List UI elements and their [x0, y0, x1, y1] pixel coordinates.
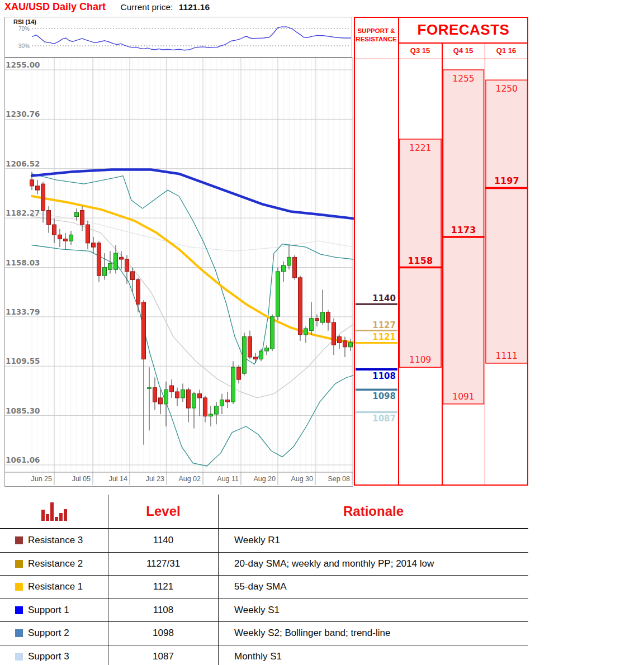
page-title: XAU/USD Daily Chart	[4, 1, 106, 13]
forecast-table-divider	[442, 42, 443, 486]
level-color-swatch	[15, 536, 23, 544]
level-column-header: Level	[108, 495, 219, 528]
bar-chart-icon-bar	[41, 510, 45, 521]
level-rationale: 55-day SMA	[219, 576, 528, 598]
level-name: Resistance 2	[28, 558, 83, 569]
support-resistance-header: SUPPORT & RESISTANCE	[354, 27, 398, 44]
table-row: Support 31087Monthly S1	[0, 645, 528, 665]
level-value: 1121	[108, 576, 219, 598]
table-row: Support 21098Weekly S2; Bollinger band; …	[0, 622, 528, 645]
rsi-panel-label: RSI (14)	[13, 18, 36, 25]
forecast-table-divider	[398, 42, 528, 44]
table-row: Resistance 1112155-day SMA	[0, 576, 528, 599]
level-rationale: 20-day SMA; weekly and monthly PP; 2014 …	[219, 553, 528, 576]
table-row: Resistance 21127/3120-day SMA; weekly an…	[0, 553, 528, 576]
level-rationale: Weekly S2; Bollinger band; trend-line	[219, 622, 528, 645]
forecast-table-divider	[485, 42, 486, 486]
forecasts-header: FORECASTS	[399, 21, 528, 39]
level-rationale: Weekly R1	[219, 529, 528, 552]
level-name-cell: Resistance 2	[0, 553, 108, 576]
screenshot-root: Jun 25Jul 05Jul 14Jul 23Aug 02Aug 11Aug …	[0, 0, 644, 665]
bar-chart-icon-bar	[55, 517, 58, 521]
level-color-swatch	[15, 583, 23, 591]
level-name-cell: Resistance 1	[0, 576, 108, 598]
support-resistance-header-line1: SUPPORT &	[354, 27, 398, 35]
level-color-swatch	[15, 606, 23, 614]
level-color-swatch	[15, 560, 23, 568]
forecast-table-divider	[354, 59, 528, 60]
level-name: Support 2	[28, 628, 69, 639]
forecast-col-q1-16: Q1 16	[485, 46, 528, 55]
table-row: Support 11108Weekly S1	[0, 599, 528, 623]
rationale-column-header: Rationale	[219, 495, 528, 528]
table-body: Resistance 31140Weekly R1Resistance 2112…	[0, 529, 528, 665]
level-color-swatch	[15, 629, 23, 637]
levels-rationale-table: Level Rationale Resistance 31140Weekly R…	[0, 495, 528, 665]
bar-chart-icon-bar	[59, 513, 63, 521]
support-resistance-header-line2: RESISTANCE	[354, 35, 398, 44]
bar-chart-icon-bar	[64, 509, 67, 521]
bar-chart-icon-bar	[50, 502, 54, 521]
level-value: 1108	[108, 599, 219, 622]
level-name: Support 3	[28, 651, 69, 662]
forecast-col-q3-15: Q3 15	[399, 46, 442, 55]
level-name-cell: Resistance 3	[0, 529, 108, 552]
table-header-row: Level Rationale	[0, 495, 528, 529]
bar-chart-icon	[0, 495, 108, 528]
level-name-cell: Support 3	[0, 645, 108, 665]
level-rationale: Monthly S1	[219, 645, 528, 665]
level-rationale: Weekly S1	[219, 599, 528, 622]
current-price-label: Current price:	[121, 2, 173, 12]
level-value: 1087	[108, 645, 219, 665]
rsi-panel	[4, 17, 352, 58]
forecast-table-divider	[398, 17, 399, 486]
forecast-table-border	[354, 17, 528, 486]
level-name-cell: Support 1	[0, 599, 108, 622]
level-value: 1127/31	[108, 553, 219, 576]
level-name: Support 1	[28, 605, 69, 616]
bar-chart-icon-bar	[46, 514, 49, 521]
level-name-cell: Support 2	[0, 622, 108, 645]
title-bar: XAU/USD Daily Chart Current price: 1121.…	[4, 1, 210, 16]
forecast-col-q4-15: Q4 15	[442, 46, 485, 55]
current-price-value: 1121.16	[179, 2, 210, 12]
level-name: Resistance 1	[28, 581, 83, 592]
level-value: 1140	[108, 529, 219, 552]
level-color-swatch	[15, 653, 23, 661]
level-name: Resistance 3	[28, 535, 83, 546]
table-row: Resistance 31140Weekly R1	[0, 529, 528, 553]
level-value: 1098	[108, 622, 219, 645]
candlestick-panel	[4, 58, 353, 487]
